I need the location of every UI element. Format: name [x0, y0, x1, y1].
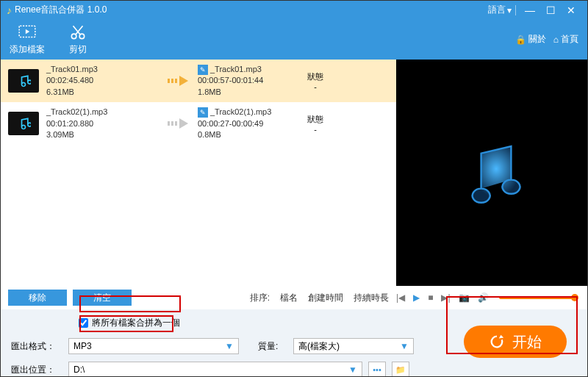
- format-label: 匯出格式：: [11, 340, 62, 353]
- quality-label: 質量:: [258, 340, 287, 353]
- track-list: _Track01.mp300:02:45.4806.31MB ✎_Track01…: [1, 60, 396, 286]
- output-label: 匯出位置：: [11, 364, 62, 376]
- sort-label: 排序:: [250, 292, 270, 304]
- lock-icon: 🔒: [515, 35, 526, 45]
- content: _Track01.mp300:02:45.4806.31MB ✎_Track01…: [1, 60, 587, 286]
- music-note-icon: [448, 129, 536, 217]
- add-file-button[interactable]: 添加檔案: [10, 23, 45, 56]
- merge-label: 將所有檔案合拼為一個: [92, 317, 180, 329]
- sort-name[interactable]: 檔名: [280, 292, 298, 304]
- volume-slider[interactable]: [499, 296, 576, 299]
- app-logo-icon: ♪: [7, 4, 12, 16]
- chevron-down-icon: ▾: [507, 5, 512, 15]
- preview-panel: [396, 60, 587, 286]
- close-button[interactable]: ✕: [561, 4, 581, 16]
- status-cell: 狀態-: [301, 114, 330, 134]
- track-row[interactable]: _Track02(1).mp300:01:20.8803.09MB ✎_Trac…: [1, 102, 396, 145]
- track-output-info: ✎_Track02(1).mp3 00:00:27-00:00:490.8MB: [198, 107, 301, 140]
- svg-rect-5: [171, 79, 173, 83]
- quality-combo[interactable]: 高(檔案大)▼: [293, 338, 414, 354]
- titlebar: ♪ Renee音訊合併器 1.0.0 語言 ▾ — ☐ ✕: [1, 1, 587, 19]
- svg-rect-10: [175, 121, 177, 126]
- home-link[interactable]: ⌂首頁: [553, 33, 578, 46]
- title-text: Renee音訊合併器 1.0.0: [15, 4, 488, 16]
- options-button[interactable]: •••: [368, 362, 386, 377]
- chevron-down-icon: ▼: [348, 365, 357, 375]
- svg-marker-12: [499, 335, 503, 339]
- status-header: 狀態: [301, 71, 330, 82]
- status-header: 狀態: [301, 114, 330, 125]
- svg-rect-6: [175, 79, 177, 83]
- svg-marker-1: [26, 29, 29, 35]
- snapshot-button[interactable]: 📷: [459, 292, 470, 303]
- svg-rect-9: [171, 121, 173, 126]
- svg-rect-4: [168, 79, 170, 83]
- output-combo[interactable]: D:\▼: [68, 362, 362, 377]
- play-button[interactable]: ▶: [413, 292, 420, 303]
- volume-icon[interactable]: 🔊: [478, 292, 489, 303]
- next-button[interactable]: ▶|: [441, 292, 450, 303]
- controls-row: 移除 清空 排序: 檔名 創建時間 持續時長 |◀ ▶ ■ ▶| 📷 🔊: [1, 286, 587, 309]
- chevron-down-icon: ▼: [225, 341, 234, 351]
- format-combo[interactable]: MP3▼: [68, 338, 239, 354]
- sort-duration[interactable]: 持續時長: [354, 292, 389, 304]
- start-button[interactable]: 开始: [464, 326, 567, 358]
- cut-button[interactable]: 剪切: [68, 23, 87, 56]
- track-output-info: ✎_Track01.mp3 00:00:57-00:01:441.8MB: [198, 64, 301, 98]
- arrow-icon: [164, 115, 198, 132]
- svg-rect-8: [168, 121, 170, 126]
- toolbar: 添加檔案 剪切 🔒關於 ⌂首頁: [1, 19, 587, 60]
- sort-group: 排序: 檔名 創建時間 持續時長: [250, 292, 389, 304]
- prev-button[interactable]: |◀: [396, 292, 405, 303]
- track-info: _Track02(1).mp300:01:20.8803.09MB: [46, 107, 164, 140]
- chevron-down-icon: ▼: [400, 341, 409, 351]
- svg-marker-11: [179, 118, 188, 129]
- language-button[interactable]: 語言 ▾: [488, 4, 512, 16]
- remove-button[interactable]: 移除: [8, 290, 67, 306]
- status-cell: 狀態-: [301, 71, 330, 91]
- track-thumb: [8, 112, 39, 135]
- player-controls: |◀ ▶ ■ ▶| 📷 🔊: [389, 292, 580, 303]
- merge-checkbox[interactable]: [79, 318, 88, 328]
- refresh-icon: [489, 334, 505, 350]
- bottom-panel: 將所有檔案合拼為一個 匯出格式： MP3▼ 質量: 高(檔案大)▼ 匯出位置： …: [1, 309, 587, 377]
- track-row[interactable]: _Track01.mp300:02:45.4806.31MB ✎_Track01…: [1, 60, 396, 102]
- edit-icon[interactable]: ✎: [198, 107, 208, 118]
- track-thumb: [8, 69, 39, 93]
- minimize-button[interactable]: —: [520, 4, 540, 16]
- clear-button[interactable]: 清空: [73, 290, 132, 306]
- browse-folder-button[interactable]: 📁: [392, 362, 409, 377]
- arrow-icon: [164, 73, 198, 89]
- sort-created[interactable]: 創建時間: [308, 292, 343, 304]
- about-link[interactable]: 🔒關於: [515, 33, 546, 46]
- svg-marker-7: [179, 76, 188, 86]
- stop-button[interactable]: ■: [428, 292, 433, 303]
- home-icon: ⌂: [553, 35, 559, 45]
- scissors-icon: [68, 23, 87, 42]
- maximize-button[interactable]: ☐: [540, 4, 561, 16]
- film-icon: [18, 23, 37, 42]
- edit-icon[interactable]: ✎: [198, 65, 208, 75]
- track-info: _Track01.mp300:02:45.4806.31MB: [46, 64, 164, 98]
